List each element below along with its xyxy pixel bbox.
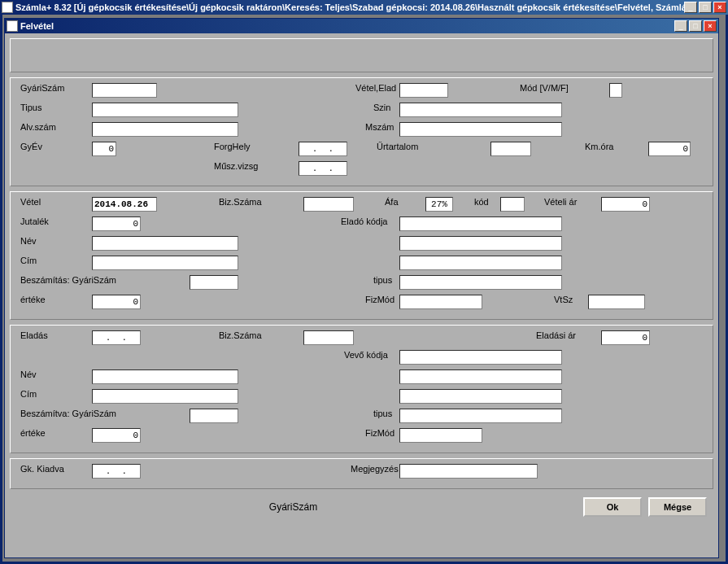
input-beszamitva-gyari[interactable]	[190, 409, 238, 423]
status-text: GyáriSzám	[10, 501, 577, 513]
label-vtsz: VtSz	[554, 295, 573, 304]
child-titlebar: Felvétel _ □ ×	[5, 19, 718, 33]
label-gyari-szam: GyáriSzám	[20, 83, 64, 93]
label-vetel-elad: Vétel,Elad	[355, 83, 396, 93]
label-vetel: Vétel	[20, 197, 41, 207]
input-urtartalom[interactable]	[490, 142, 531, 156]
label-mszam: Mszám	[365, 122, 394, 132]
cancel-button[interactable]: Mégse	[648, 497, 707, 517]
input-vetel-elad[interactable]	[399, 83, 448, 98]
ok-button[interactable]: Ok	[583, 497, 642, 517]
input-tipus[interactable]	[92, 103, 238, 117]
input-gyev[interactable]	[92, 142, 116, 156]
input-elado-cim-2[interactable]	[399, 256, 562, 270]
input-gk-kiadva[interactable]	[92, 464, 141, 479]
label-tipus: Tipus	[20, 103, 42, 112]
label-erteke-1: értéke	[20, 295, 46, 304]
input-vevo-cim-2[interactable]	[399, 389, 562, 404]
input-km-ora[interactable]	[648, 142, 691, 156]
label-urtartalom: Űrtartalom	[377, 142, 418, 151]
label-forg-hely: ForgHely	[214, 142, 251, 151]
input-elado-cim-1[interactable]	[92, 256, 238, 270]
input-eladasi-ar[interactable]	[601, 330, 650, 345]
label-cim-2: Cím	[20, 389, 37, 399]
label-biz-szama-1: Biz.Száma	[219, 197, 262, 207]
child-icon	[7, 20, 18, 32]
label-eladasi-ar: Eladási ár	[536, 330, 576, 340]
input-gyari-szam[interactable]	[92, 83, 157, 98]
child-maximize-button[interactable]: □	[689, 20, 702, 32]
panel-vehicle: GyáriSzám Vétel,Elad Mód [V/M/F] Tipus S…	[10, 77, 713, 186]
input-elado-kodja[interactable]	[399, 216, 562, 231]
label-beszamitva-gyari: Beszámítva: GyáriSzám	[20, 409, 116, 418]
input-vevo-kodja[interactable]	[399, 350, 562, 365]
app-icon	[2, 2, 13, 13]
input-beszamitva-tipus[interactable]	[399, 409, 562, 423]
input-afa-kod[interactable]	[500, 197, 525, 212]
label-kod: kód	[474, 197, 489, 207]
input-szin[interactable]	[399, 103, 562, 117]
label-mod: Mód [V/M/F]	[520, 83, 569, 93]
input-vevo-nev-1[interactable]	[92, 369, 238, 384]
input-jutalek[interactable]	[92, 216, 141, 231]
label-beszamitas-gyari: Beszámítás: GyáriSzám	[20, 275, 116, 285]
input-forg-hely[interactable]	[299, 142, 347, 156]
label-fizmod-1: FizMód	[365, 295, 395, 304]
mdi-client: Felvétel _ □ × GyáriSzám Vétel,Elad	[2, 15, 726, 562]
main-close-button[interactable]: ×	[713, 2, 726, 13]
panel-misc: Gk. Kiadva Megjegyzés	[10, 458, 713, 489]
input-alv-szam[interactable]	[92, 122, 238, 137]
input-vevo-nev-2[interactable]	[399, 369, 562, 384]
input-biz-szama-2[interactable]	[303, 330, 354, 345]
input-elado-nev-1[interactable]	[92, 236, 238, 251]
label-vevo-kodja: Vevő kódja	[344, 350, 388, 360]
input-fizmod-1[interactable]	[399, 295, 482, 309]
label-tipus-beszamitva: tipus	[373, 409, 392, 418]
input-mszam[interactable]	[399, 122, 562, 137]
child-window: Felvétel _ □ × GyáriSzám Vétel,Elad	[4, 18, 719, 558]
input-beszamitas-gyari[interactable]	[190, 275, 238, 290]
label-fizmod-2: FizMód	[365, 428, 395, 438]
input-vevo-cim-1[interactable]	[92, 389, 238, 404]
main-maximize-button[interactable]: □	[699, 2, 712, 13]
label-veteli-ar: Vételi ár	[544, 197, 577, 207]
input-vtsz[interactable]	[588, 295, 645, 309]
label-tipus-beszamitas: tipus	[373, 275, 392, 285]
input-musz-vizsg[interactable]	[299, 161, 347, 176]
input-mod[interactable]	[609, 83, 622, 98]
label-gyev: GyÉv	[20, 142, 42, 151]
label-musz-vizsg: Műsz.vizsg	[214, 161, 258, 171]
input-veteli-ar[interactable]	[601, 197, 650, 212]
panel-sale: Eladás Biz.Száma Eladási ár Vevő kódja N…	[10, 325, 713, 453]
label-afa: Áfa	[385, 197, 399, 207]
input-fizmod-2[interactable]	[399, 428, 482, 443]
label-megjegyzes: Megjegyzés	[351, 464, 399, 474]
label-alv-szam: Alv.szám	[20, 122, 56, 132]
child-minimize-button[interactable]: _	[674, 20, 687, 32]
label-km-ora: Km.óra	[585, 142, 613, 151]
input-beszamitas-tipus[interactable]	[399, 275, 562, 290]
main-minimize-button[interactable]: _	[684, 2, 697, 13]
child-title: Felvétel	[20, 21, 674, 31]
form-body: GyáriSzám Vétel,Elad Mód [V/M/F] Tipus S…	[5, 33, 718, 557]
input-beszamitas-erteke[interactable]	[92, 295, 141, 309]
main-window: Számla+ 8.32 [Új gépkocsik értékesítése\…	[0, 0, 728, 564]
footer: GyáriSzám Ok Mégse	[10, 494, 713, 520]
input-eladas-date[interactable]	[92, 330, 141, 345]
child-close-button[interactable]: ×	[704, 20, 717, 32]
panel-header-spacer	[10, 38, 713, 72]
main-title: Számla+ 8.32 [Új gépkocsik értékesítése\…	[15, 2, 684, 12]
label-nev-2: Név	[20, 369, 37, 379]
input-beszamitva-erteke[interactable]	[92, 428, 141, 443]
label-erteke-2: értéke	[20, 428, 46, 438]
label-biz-szama-2: Biz.Száma	[219, 330, 262, 340]
input-megjegyzes[interactable]	[399, 464, 538, 479]
input-vetel-date[interactable]	[92, 197, 157, 212]
input-biz-szama-1[interactable]	[303, 197, 354, 212]
label-elado-kodja: Eladó kódja	[341, 216, 388, 226]
label-jutalek: Jutalék	[20, 216, 49, 226]
main-titlebar: Számla+ 8.32 [Új gépkocsik értékesítése\…	[0, 0, 728, 15]
input-afa[interactable]	[425, 197, 453, 212]
label-cim-1: Cím	[20, 256, 37, 265]
input-elado-nev-2[interactable]	[399, 236, 562, 251]
